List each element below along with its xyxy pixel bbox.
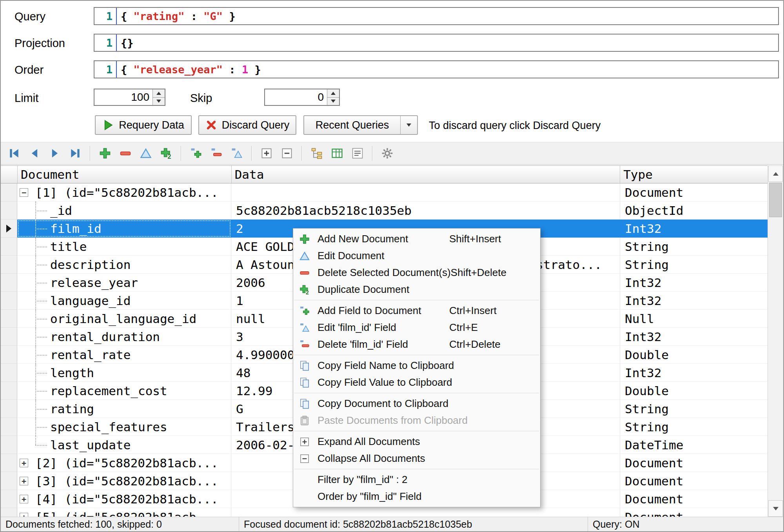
document-cell[interactable]: _id	[17, 202, 231, 220]
menu-item[interactable]: Delete Selected Document(s)Shift+Delete	[293, 264, 540, 281]
add-field-button[interactable]	[187, 144, 205, 162]
type-cell[interactable]: Int32	[620, 274, 768, 292]
projection-editor[interactable]: 1 {}	[94, 34, 779, 52]
type-cell[interactable]: String	[620, 400, 768, 418]
order-editor[interactable]: 1 { "release_year" : 1 }	[94, 60, 779, 78]
document-cell[interactable]: special_features	[17, 418, 231, 436]
recent-queries-button[interactable]: Recent Queries	[303, 115, 418, 135]
last-button[interactable]	[66, 144, 85, 162]
menu-item[interactable]: Order by "film_id" Field	[293, 488, 540, 505]
tree-view-button[interactable]	[307, 144, 326, 162]
type-cell[interactable]: Document	[620, 454, 768, 472]
expand-node-icon[interactable]: +	[20, 495, 28, 503]
collapse-document-button[interactable]	[278, 144, 296, 162]
first-button[interactable]	[5, 144, 24, 162]
data-cell[interactable]	[231, 183, 620, 202]
type-cell[interactable]: Document	[620, 508, 768, 517]
menu-item[interactable]: Add New DocumentShift+Insert	[293, 231, 540, 247]
type-cell[interactable]: Int32	[620, 220, 768, 238]
order-code[interactable]: { "release_year" : 1 }	[117, 61, 261, 78]
document-cell[interactable]: rental_rate	[17, 346, 231, 364]
delete-document-button[interactable]	[116, 144, 135, 162]
table-view-button[interactable]	[328, 144, 347, 162]
column-header-data[interactable]: Data	[232, 166, 620, 183]
edit-field-button[interactable]	[227, 144, 246, 162]
type-cell[interactable]: String	[620, 418, 768, 436]
type-cell[interactable]: String	[620, 256, 768, 274]
document-cell[interactable]: −[1] (id="5c88202b81acb...	[17, 183, 231, 202]
duplicate-document-button[interactable]: 2	[157, 144, 176, 162]
projection-code[interactable]: {}	[117, 34, 134, 51]
next-button[interactable]	[45, 144, 64, 162]
type-cell[interactable]: Int32	[620, 328, 768, 346]
query-code[interactable]: { "rating" : "G" }	[117, 8, 236, 24]
menu-item[interactable]: 2Duplicate Document	[293, 281, 540, 298]
add-document-button[interactable]	[96, 144, 114, 162]
type-cell[interactable]: Double	[620, 382, 768, 400]
menu-item[interactable]: Expand All Documents	[293, 433, 540, 450]
document-cell[interactable]: description	[17, 256, 231, 274]
menu-item[interactable]: Copy Document to Clipboard	[293, 395, 540, 412]
document-cell[interactable]: language_id	[17, 292, 231, 310]
document-cell[interactable]: +[2] (id="5c88202b81acb...	[17, 454, 231, 472]
grid-row[interactable]: +[5] (id="5c88202b81acb...Document	[1, 508, 768, 517]
scroll-up-button[interactable]	[768, 165, 783, 182]
requery-data-button[interactable]: Requery Data	[95, 115, 192, 135]
grid-row[interactable]: _id5c88202b81acb5218c1035ebObjectId	[1, 202, 768, 220]
delete-field-button[interactable]	[207, 144, 226, 162]
settings-button[interactable]	[378, 144, 397, 162]
menu-item[interactable]: Edit 'film_id' FieldCtrl+E	[293, 319, 540, 336]
column-header-document[interactable]: Document	[18, 166, 232, 183]
type-cell[interactable]: Int32	[620, 292, 768, 310]
menu-item[interactable]: Copy Field Name to Clipboard	[293, 357, 540, 374]
document-cell[interactable]: +[5] (id="5c88202b81acb...	[17, 508, 231, 517]
vertical-scrollbar[interactable]	[768, 165, 783, 517]
type-cell[interactable]: Null	[620, 310, 768, 328]
expand-node-icon[interactable]: +	[20, 459, 28, 467]
limit-decrement-button[interactable]	[153, 98, 165, 105]
type-cell[interactable]: Double	[620, 346, 768, 364]
document-cell[interactable]: last_update	[17, 436, 231, 454]
document-cell[interactable]: +[4] (id="5c88202b81acb...	[17, 490, 231, 508]
text-view-button[interactable]	[348, 144, 367, 162]
type-cell[interactable]: Int32	[620, 364, 768, 382]
type-cell[interactable]: String	[620, 238, 768, 256]
edit-document-button[interactable]	[136, 144, 155, 162]
menu-item[interactable]: Filter by "film_id" : 2	[293, 471, 540, 488]
document-cell[interactable]: film_id	[17, 220, 231, 238]
query-editor[interactable]: 1 { "rating" : "G" }	[94, 7, 779, 25]
menu-item[interactable]: Copy Field Value to Clipboard	[293, 374, 540, 391]
limit-increment-button[interactable]	[153, 89, 165, 98]
recent-queries-dropdown-button[interactable]	[400, 116, 417, 134]
document-cell[interactable]: length	[17, 364, 231, 382]
document-cell[interactable]: +[3] (id="5c88202b81acb...	[17, 472, 231, 490]
document-cell[interactable]: replacement_cost	[17, 382, 231, 400]
prior-button[interactable]	[25, 144, 44, 162]
expand-node-icon[interactable]: +	[20, 513, 28, 517]
type-cell[interactable]: DateTime	[620, 436, 768, 454]
data-cell[interactable]: 5c88202b81acb5218c1035eb	[231, 202, 620, 220]
type-cell[interactable]: ObjectId	[620, 202, 768, 220]
skip-input[interactable]: 0	[264, 89, 340, 106]
menu-item[interactable]: Edit Document	[293, 247, 540, 264]
grid-row[interactable]: −[1] (id="5c88202b81acb...Document	[1, 183, 768, 202]
skip-increment-button[interactable]	[327, 89, 339, 98]
scrollbar-thumb[interactable]	[769, 183, 782, 217]
limit-input[interactable]: 100	[94, 89, 165, 106]
skip-decrement-button[interactable]	[327, 98, 339, 105]
column-header-type[interactable]: Type	[620, 166, 768, 183]
document-cell[interactable]: original_language_id	[17, 310, 231, 328]
collapse-node-icon[interactable]: −	[20, 188, 28, 197]
document-cell[interactable]: release_year	[17, 274, 231, 292]
menu-item[interactable]: Delete 'film_id' FieldCtrl+Delete	[293, 336, 540, 353]
type-cell[interactable]: Document	[620, 472, 768, 490]
document-cell[interactable]: rental_duration	[17, 328, 231, 346]
data-cell[interactable]	[231, 508, 620, 517]
document-cell[interactable]: rating	[17, 400, 231, 418]
recent-queries-label[interactable]: Recent Queries	[304, 116, 400, 134]
scroll-down-button[interactable]	[768, 500, 783, 517]
type-cell[interactable]: Document	[620, 490, 768, 508]
document-cell[interactable]: title	[17, 238, 231, 256]
type-cell[interactable]: Document	[620, 183, 768, 202]
discard-query-button[interactable]: Discard Query	[198, 115, 296, 135]
